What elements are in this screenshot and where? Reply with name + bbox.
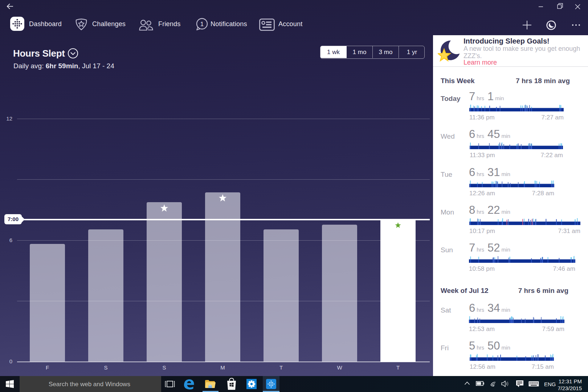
svg-text:1: 1 [200,21,204,28]
